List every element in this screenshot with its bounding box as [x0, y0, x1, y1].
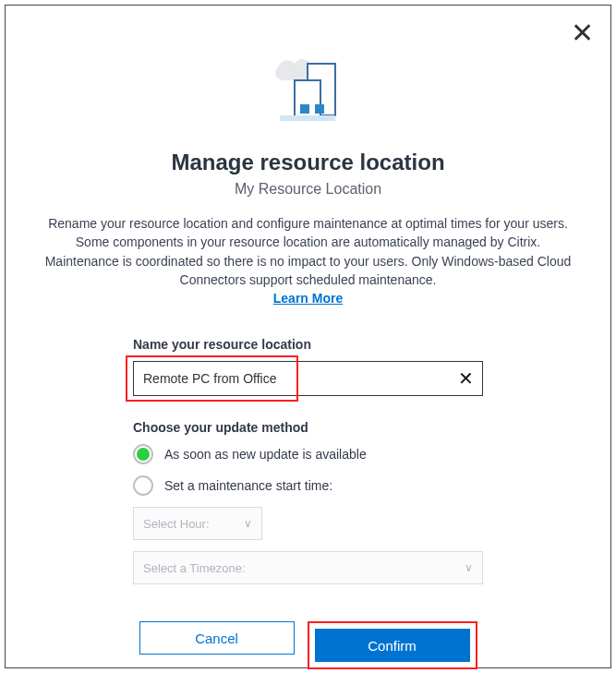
select-hour-dropdown[interactable]: Select Hour: ∨ — [133, 507, 262, 540]
select-timezone-dropdown[interactable]: Select a Timezone: ∨ — [133, 551, 483, 584]
select-timezone-placeholder: Select a Timezone: — [143, 561, 246, 575]
learn-more-link[interactable]: Learn More — [31, 291, 585, 306]
dialog-subtitle: My Resource Location — [31, 181, 585, 198]
radio-label-scheduled: Set a maintenance start time: — [164, 478, 332, 493]
name-label: Name your resource location — [133, 337, 483, 352]
radio-option-scheduled[interactable]: Set a maintenance start time: — [133, 475, 483, 496]
chevron-down-icon: ∨ — [465, 561, 473, 574]
resource-name-input[interactable] — [133, 361, 483, 396]
radio-option-asap[interactable]: As soon as new update is available — [133, 444, 483, 464]
radio-icon-unchecked — [133, 475, 153, 496]
svg-rect-2 — [280, 115, 335, 121]
dialog-description: Rename your resource location and config… — [31, 214, 585, 289]
chevron-down-icon: ∨ — [244, 517, 252, 530]
svg-rect-4 — [315, 104, 324, 114]
dialog-title: Manage resource location — [31, 150, 585, 175]
update-method-label: Choose your update method — [133, 420, 483, 435]
dialog-buttons: Cancel Confirm — [31, 621, 585, 669]
svg-rect-3 — [300, 104, 309, 114]
radio-icon-checked — [133, 444, 153, 464]
name-input-row: ✕ — [133, 361, 483, 396]
form-area: Name your resource location ✕ Choose you… — [31, 337, 585, 584]
clear-input-icon[interactable]: ✕ — [458, 367, 474, 390]
close-icon[interactable]: ✕ — [571, 19, 594, 47]
confirm-button-highlight: Confirm — [308, 621, 477, 669]
confirm-button[interactable]: Confirm — [315, 629, 470, 662]
cancel-button[interactable]: Cancel — [139, 621, 295, 655]
select-hour-placeholder: Select Hour: — [143, 517, 210, 531]
radio-label-asap: As soon as new update is available — [164, 447, 367, 462]
resource-location-icon — [31, 54, 585, 136]
manage-resource-dialog: ✕ Manage resource location My Resource L… — [5, 5, 611, 668]
